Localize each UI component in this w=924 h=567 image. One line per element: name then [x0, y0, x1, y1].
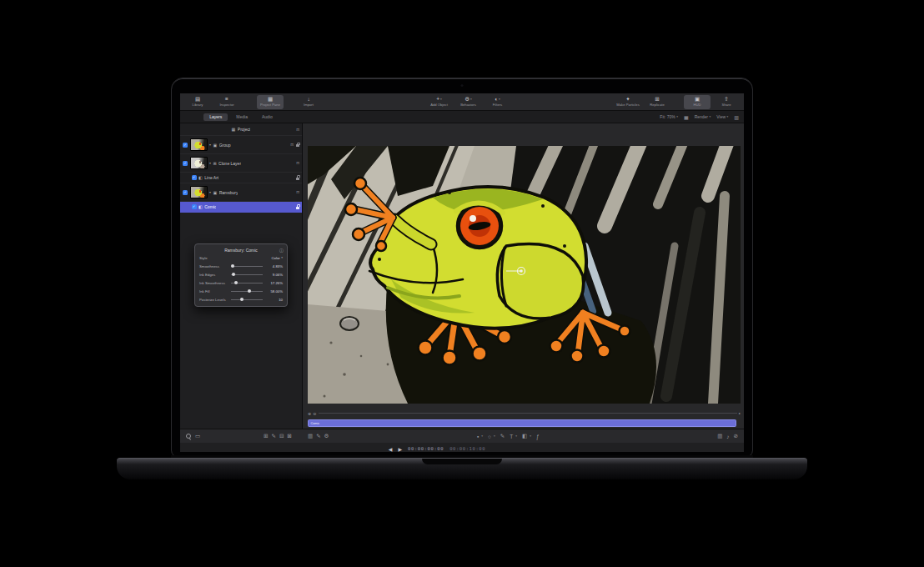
library-button[interactable]: ▤ Library	[184, 95, 211, 109]
camera-icon: ⊡	[296, 161, 299, 165]
duration-display[interactable]: 00:00:10:00	[449, 446, 485, 451]
mute-icon[interactable]: ⊘	[734, 433, 738, 439]
rectangle-tool-icon[interactable]: ▪	[477, 434, 479, 439]
layer-row-line-art[interactable]: ✓ ◧ Line Art	[180, 173, 302, 183]
activation-checkbox[interactable]: ✓	[192, 175, 197, 180]
function-tool-icon[interactable]: ƒ	[536, 434, 540, 439]
layer-row-project[interactable]: ▦ Project ⊡	[180, 123, 302, 136]
layer-row-clone-layer[interactable]: ✓ ▾ ⊞ Clone Layer ⊡	[180, 154, 302, 173]
import-button[interactable]: ↓ Import	[295, 95, 322, 109]
hud-button[interactable]: ▣ HUD	[684, 95, 711, 109]
library-label: Library	[193, 103, 203, 107]
lock-icon[interactable]	[296, 178, 299, 180]
timeline-end-marker-icon: ▸	[739, 411, 741, 415]
share-button[interactable]: ⇧ Share	[713, 95, 740, 109]
edit-tool-icon[interactable]: ✎	[271, 433, 275, 439]
tab-layers[interactable]: Layers	[203, 113, 228, 121]
zoom-fit-value: Fit: 70%	[660, 114, 675, 119]
filters-label: Filters	[493, 103, 502, 107]
param-value[interactable]: Color	[264, 256, 280, 260]
laptop-screen: ▤ Library ≡ Inspector ▦ Project Pane ↓	[171, 78, 753, 458]
param-slider[interactable]	[231, 274, 263, 275]
hud-icon: ▣	[695, 97, 700, 102]
param-slider[interactable]	[231, 291, 263, 292]
activation-checkbox[interactable]: ✓	[183, 161, 188, 166]
filters-button[interactable]: ◐▾ Filters	[485, 95, 511, 109]
popup-arrows-icon: ▾	[281, 256, 283, 259]
draw-tool-icon[interactable]: ✎	[316, 433, 320, 439]
timeline-clip-comic[interactable]: Comic	[308, 419, 736, 427]
text-tool-icon[interactable]: T	[510, 434, 513, 439]
activation-checkbox[interactable]: ✓	[183, 190, 188, 195]
zoom-fit-dropdown[interactable]: Fit: 70% ▾	[660, 114, 678, 119]
hud-param-ink-fill[interactable]: Ink Fill 58.00%	[195, 287, 287, 295]
timeline-zoom-in-icon[interactable]: ⊕	[308, 411, 311, 416]
comic-frog-artwork	[308, 146, 741, 404]
inspector-button[interactable]: ≡ Inspector	[213, 95, 240, 109]
play-button[interactable]: ▶	[398, 446, 402, 452]
param-slider[interactable]	[231, 283, 263, 284]
transform-tool-icon[interactable]: ⊞	[264, 433, 268, 439]
inspector-icon: ≡	[225, 97, 228, 102]
disclosure-triangle-icon[interactable]: ▾	[209, 143, 211, 147]
timeline-ruler[interactable]: ⊕ ⊖ ▸	[308, 409, 741, 417]
mask-tool-icon[interactable]: ◧	[522, 433, 527, 439]
display-icon[interactable]: ▭	[195, 433, 200, 439]
view-dropdown[interactable]: View ▾	[716, 114, 728, 119]
channels-icon[interactable]: ▦	[684, 114, 689, 120]
hud-param-posterize-levels[interactable]: Posterize Levels 10	[195, 295, 287, 304]
layer-row-group[interactable]: ✓ ▾ ▣ Group ⊡	[180, 136, 302, 154]
replicate-icon: ⊞	[655, 97, 659, 102]
lock-icon[interactable]	[296, 144, 299, 147]
render-dropdown[interactable]: Render ▾	[695, 114, 711, 119]
info-icon[interactable]: ⓘ	[279, 248, 284, 253]
share-label: Share	[721, 103, 731, 107]
hud-panel[interactable]: Ramsbury: Comic ⓘ Style Color ▾ Smoothne…	[194, 243, 288, 307]
camera-icon: ⊡	[290, 143, 294, 147]
replicate-button[interactable]: ⊞ Replicate	[644, 95, 670, 109]
chevron-down-icon: ▾	[470, 97, 472, 102]
make-particles-button[interactable]: ✦ Make Particles	[615, 95, 641, 109]
window-layout-icon[interactable]: ▥	[734, 114, 739, 120]
add-object-button[interactable]: +▾ Add Object	[426, 95, 453, 109]
param-slider[interactable]	[231, 266, 263, 267]
zoom-tool-icon[interactable]	[185, 434, 191, 439]
project-pane-icon: ▦	[268, 97, 273, 102]
activation-checkbox[interactable]: ✓	[183, 143, 188, 148]
motion-app-window: ▤ Library ≡ Inspector ▦ Project Pane ↓	[180, 93, 744, 452]
desktop-background: ▤ Library ≡ Inspector ▦ Project Pane ↓	[0, 0, 924, 567]
disclosure-triangle-icon[interactable]: ▾	[209, 161, 211, 165]
camera-icon: ⊡	[296, 128, 299, 132]
pen-tool-icon[interactable]: ✎	[500, 433, 505, 439]
behaviors-button[interactable]: ⚙▾ Behaviors	[455, 95, 482, 109]
lock-icon[interactable]	[296, 207, 299, 209]
settings-tool-icon[interactable]: ⚙	[324, 433, 329, 439]
activation-checkbox[interactable]: ✓	[192, 204, 197, 209]
canvas-artwork[interactable]	[308, 146, 741, 404]
tab-media[interactable]: Media	[230, 113, 254, 121]
distort-tool-icon[interactable]: ⊠	[287, 433, 291, 439]
chevron-down-icon: ▾	[481, 434, 483, 438]
timecode-display[interactable]: 00:00:00:00	[408, 446, 444, 451]
timeline-zoom-out-icon[interactable]: ⊖	[313, 411, 316, 416]
audio-icon[interactable]: ♪	[726, 434, 729, 439]
crop-tool-icon[interactable]: ⊟	[279, 433, 284, 439]
layer-row-ramsbury[interactable]: ✓ ▾ ▣ Ramsbury ⊡	[180, 183, 302, 202]
timeline-track[interactable]	[319, 413, 737, 414]
film-icon[interactable]: ▥	[717, 433, 722, 439]
hud-param-style[interactable]: Style Color ▾	[195, 253, 287, 262]
hud-param-ink-edges[interactable]: Ink Edges 9.06%	[195, 270, 287, 278]
panel-tabs: Layers Media Audio	[180, 113, 302, 121]
project-pane-label: Project Pane	[260, 103, 280, 107]
view-label: View	[716, 114, 726, 119]
previous-frame-button[interactable]: ◀	[389, 446, 393, 452]
hud-param-ink-smoothness[interactable]: Ink Smoothness 17.26%	[195, 278, 287, 287]
view-tool-icon[interactable]: ▥	[308, 433, 313, 439]
disclosure-triangle-icon[interactable]: ▾	[209, 190, 211, 194]
param-slider[interactable]	[231, 299, 263, 300]
tab-audio[interactable]: Audio	[256, 113, 279, 121]
hud-param-smoothness[interactable]: Smoothness 4.83%	[195, 262, 287, 270]
layer-row-comic-selected[interactable]: ✓ ◧ Comic	[180, 202, 302, 213]
bezier-tool-icon[interactable]: ○	[488, 434, 491, 439]
project-pane-button[interactable]: ▦ Project Pane	[257, 95, 284, 109]
